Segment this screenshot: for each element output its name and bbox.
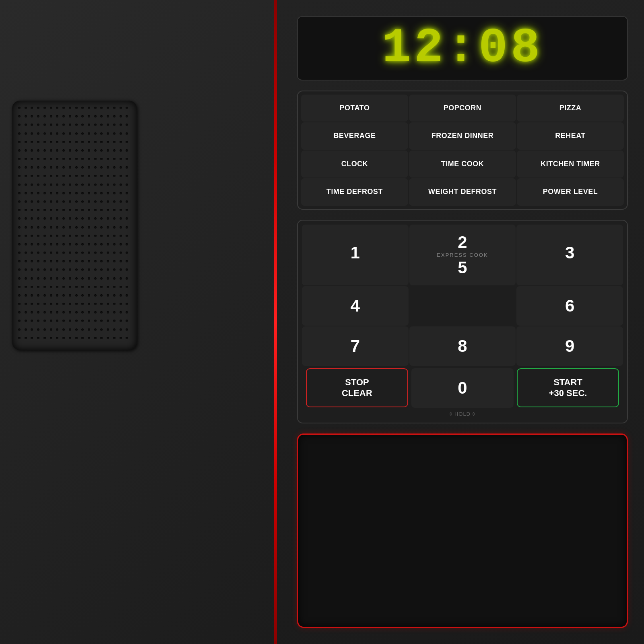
stop-clear-button[interactable]: STOPCLEAR bbox=[306, 368, 408, 407]
grille-dot bbox=[31, 243, 33, 246]
key-3[interactable]: 3 bbox=[516, 225, 623, 285]
grille-dot bbox=[18, 268, 21, 271]
grille-dot bbox=[37, 166, 39, 169]
grille-dot bbox=[37, 149, 39, 152]
grille-dot bbox=[25, 252, 27, 254]
grille-dot bbox=[75, 294, 78, 297]
grille-dot bbox=[62, 243, 65, 246]
grille-dot bbox=[120, 277, 122, 280]
grille-dot bbox=[37, 328, 39, 331]
grille-dot bbox=[107, 252, 109, 254]
func-btn-frozen-dinner[interactable]: FROZEN DINNER bbox=[409, 122, 516, 149]
grille-dot bbox=[81, 268, 84, 271]
grille-dot bbox=[18, 184, 21, 186]
func-btn-weight-defrost[interactable]: WEIGHT DEFROST bbox=[409, 178, 516, 205]
grille-dot bbox=[50, 149, 52, 152]
grille-dot bbox=[56, 149, 58, 152]
grille-dot bbox=[69, 252, 71, 254]
grille-dot bbox=[50, 132, 52, 135]
grille-dot bbox=[75, 217, 78, 220]
grille-dot bbox=[107, 115, 109, 118]
grille-dot bbox=[62, 115, 65, 118]
key-1[interactable]: 1 bbox=[302, 225, 409, 285]
grille-dot bbox=[120, 217, 122, 220]
grille-dot bbox=[100, 115, 103, 118]
grille-dot bbox=[113, 294, 116, 297]
door-open-button[interactable] bbox=[297, 433, 628, 628]
grille-dot bbox=[18, 311, 21, 314]
func-btn-popcorn[interactable]: POPCORN bbox=[409, 95, 516, 122]
grille-dot bbox=[120, 260, 122, 262]
grille-dot bbox=[81, 217, 84, 220]
express-cook-key-2-5[interactable]: 2EXPRESS COOK5 bbox=[409, 225, 516, 285]
grille-dot bbox=[94, 226, 97, 229]
grille-dot bbox=[113, 217, 116, 220]
grille-dot bbox=[126, 115, 128, 118]
grille-dot bbox=[69, 107, 71, 109]
grille-dot bbox=[69, 200, 71, 203]
grille-dot bbox=[94, 124, 97, 126]
func-btn-kitchen-timer[interactable]: KITCHEN TIMER bbox=[517, 151, 624, 178]
grille-dot bbox=[56, 200, 58, 203]
grille-dot bbox=[69, 277, 71, 280]
grille-dot bbox=[69, 260, 71, 262]
grille-dot bbox=[120, 149, 122, 152]
grille-dot bbox=[31, 132, 33, 135]
grille-dot bbox=[113, 107, 116, 109]
grille-dot bbox=[94, 277, 97, 280]
grille-dot bbox=[107, 328, 109, 331]
func-btn-clock[interactable]: CLOCK bbox=[301, 151, 408, 178]
grille-dot bbox=[81, 260, 84, 262]
grille-dot bbox=[18, 277, 21, 280]
grille-dot bbox=[69, 337, 71, 339]
grille-dot bbox=[107, 158, 109, 160]
grille-dot bbox=[94, 268, 97, 271]
grille-dot bbox=[56, 320, 58, 322]
grille-dot bbox=[88, 235, 90, 237]
func-btn-reheat[interactable]: REHEAT bbox=[517, 122, 624, 149]
key-0[interactable]: 0 bbox=[411, 368, 514, 408]
grille-dot bbox=[120, 200, 122, 203]
grille-dot bbox=[120, 132, 122, 135]
grille-dot bbox=[94, 294, 97, 297]
func-btn-pizza[interactable]: PIZZA bbox=[517, 95, 624, 122]
key-8[interactable]: 8 bbox=[409, 326, 516, 366]
grille-dot bbox=[120, 166, 122, 169]
grille-dot bbox=[81, 184, 84, 186]
grille-dot bbox=[120, 337, 122, 339]
func-btn-time-cook[interactable]: TIME COOK bbox=[409, 151, 516, 178]
grille-dot bbox=[75, 235, 78, 237]
grille-dot bbox=[69, 294, 71, 297]
func-btn-time-defrost[interactable]: TIME DEFROST bbox=[301, 178, 408, 205]
grille-dot bbox=[75, 320, 78, 322]
grille-dot bbox=[94, 141, 97, 143]
grille-dot bbox=[113, 175, 116, 177]
grille-dot bbox=[88, 158, 90, 160]
grille-dot bbox=[120, 175, 122, 177]
start-button[interactable]: START+30 SEC. bbox=[517, 368, 619, 407]
func-btn-potato[interactable]: POTATO bbox=[301, 95, 408, 122]
key-4[interactable]: 4 bbox=[302, 286, 409, 326]
grille-dot bbox=[56, 192, 58, 194]
grille-dot bbox=[120, 158, 122, 160]
key-7[interactable]: 7 bbox=[302, 326, 409, 366]
grille-dot bbox=[75, 149, 78, 152]
grille-dot bbox=[62, 184, 65, 186]
grille-dot bbox=[37, 175, 39, 177]
func-btn-beverage[interactable]: BEVERAGE bbox=[301, 122, 408, 149]
start-label: START bbox=[553, 377, 582, 387]
grille-dot bbox=[113, 200, 116, 203]
func-btn-power-level[interactable]: POWER LEVEL bbox=[517, 178, 624, 205]
grille-dot bbox=[100, 260, 103, 262]
grille-dot bbox=[69, 192, 71, 194]
grille-dot bbox=[81, 243, 84, 246]
grille-dot bbox=[107, 209, 109, 211]
grille-dot bbox=[18, 166, 21, 169]
grille-dot bbox=[113, 141, 116, 143]
grille-dot bbox=[113, 192, 116, 194]
grille-dot bbox=[62, 175, 65, 177]
grille-dot bbox=[126, 209, 128, 211]
key-6[interactable]: 6 bbox=[516, 286, 623, 326]
grille-dot bbox=[120, 328, 122, 331]
key-9[interactable]: 9 bbox=[516, 326, 623, 366]
